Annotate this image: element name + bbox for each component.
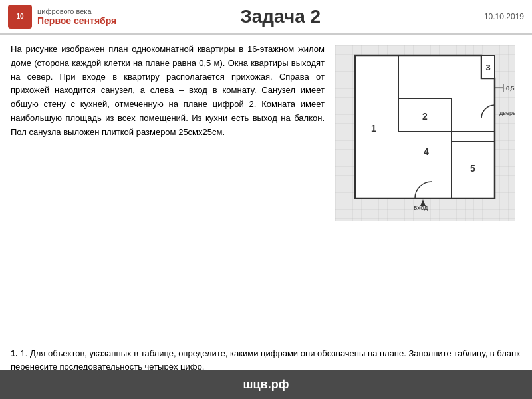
table-intro-bold: 1. [11, 348, 18, 358]
svg-text:5: 5 [470, 163, 475, 174]
description-paragraph: На рисунке изображен план однокомнатной … [11, 43, 325, 140]
footer: шцв.рф [0, 370, 532, 399]
logo-number: 10 [16, 13, 23, 21]
header: 10 цифрового века Первое сентября Задача… [0, 0, 532, 35]
header-date: 10.10.2019 [444, 12, 524, 21]
floor-plan-svg: 1 2 3 4 5 0,5 м дверь [335, 45, 515, 221]
main-content: На рисунке изображен план однокомнатной … [0, 35, 532, 347]
table-intro-text: 1. Для объектов, указанных в таблице, оп… [11, 348, 520, 372]
page-title: Задача 2 [116, 6, 444, 27]
logo-icon: 10 [8, 5, 32, 29]
svg-text:дверь: дверь [499, 110, 515, 116]
floor-plan: 1 2 3 4 5 0,5 м дверь [335, 45, 515, 218]
svg-text:2: 2 [422, 111, 428, 122]
footer-text: шцв.рф [243, 378, 289, 392]
logo-line2: Первое сентября [37, 15, 116, 26]
logo-text: цифрового века Первое сентября [37, 7, 116, 26]
floor-plan-container: 1 2 3 4 5 0,5 м дверь [335, 43, 521, 339]
logo-line1: цифрового века [37, 7, 116, 15]
svg-text:1: 1 [371, 123, 376, 134]
svg-text:0,5 м: 0,5 м [506, 85, 515, 92]
svg-text:3: 3 [485, 63, 490, 72]
body-text: На рисунке изображен план однокомнатной … [11, 43, 325, 339]
svg-text:4: 4 [424, 146, 429, 157]
